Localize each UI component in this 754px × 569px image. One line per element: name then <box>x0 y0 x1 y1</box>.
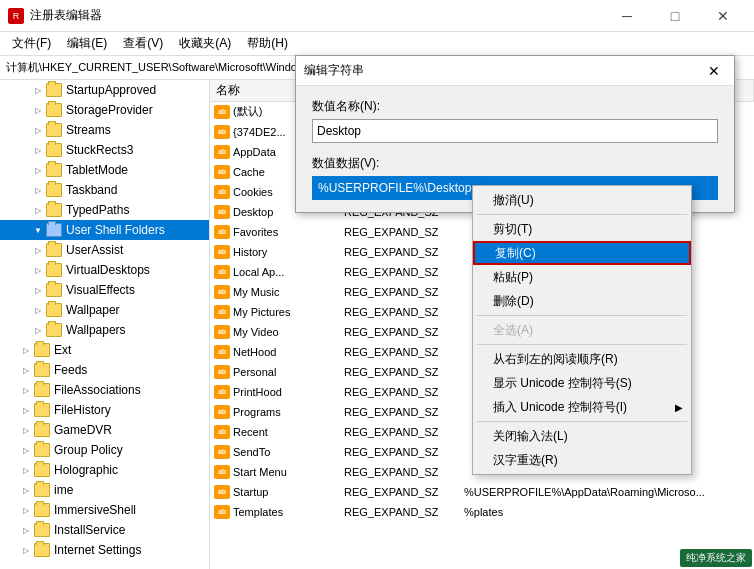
context-menu-delete[interactable]: 删除(D) <box>473 289 691 313</box>
separator <box>477 214 687 215</box>
context-menu-cut[interactable]: 剪切(T) <box>473 217 691 241</box>
context-menu-close-ime[interactable]: 关闭输入法(L) <box>473 424 691 448</box>
context-menu: 撤消(U) 剪切(T) 复制(C) 粘贴(P) 删除(D) 全选(A) 从右到左… <box>472 185 692 475</box>
context-menu-copy[interactable]: 复制(C) <box>473 241 691 265</box>
watermark: 纯净系统之家 <box>680 549 752 567</box>
context-menu-undo[interactable]: 撤消(U) <box>473 188 691 212</box>
separator <box>477 315 687 316</box>
context-menu-selectall[interactable]: 全选(A) <box>473 318 691 342</box>
separator <box>477 344 687 345</box>
watermark-text: 纯净系统之家 <box>686 551 746 565</box>
context-menu-insert-unicode[interactable]: 插入 Unicode 控制符号(I) <box>473 395 691 419</box>
context-menu-show-unicode[interactable]: 显示 Unicode 控制符号(S) <box>473 371 691 395</box>
dialog-title-text: 编辑字符串 <box>304 62 364 79</box>
context-menu-rtl[interactable]: 从右到左的阅读顺序(R) <box>473 347 691 371</box>
dialog-title-bar: 编辑字符串 ✕ <box>296 56 734 86</box>
value-data-label: 数值数据(V): <box>312 155 718 172</box>
value-name-label: 数值名称(N): <box>312 98 718 115</box>
dialog-close-button[interactable]: ✕ <box>702 59 726 83</box>
context-menu-reconvert[interactable]: 汉字重选(R) <box>473 448 691 472</box>
value-name-input[interactable] <box>312 119 718 143</box>
separator <box>477 421 687 422</box>
context-menu-paste[interactable]: 粘贴(P) <box>473 265 691 289</box>
